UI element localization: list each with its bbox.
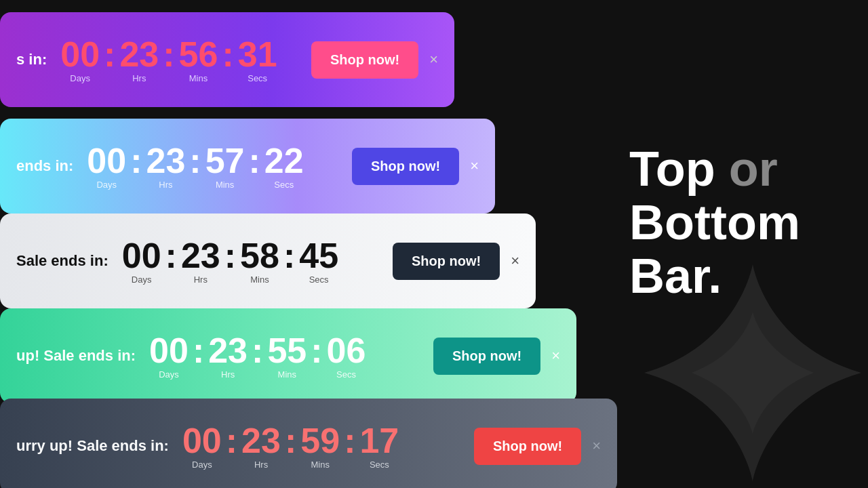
bar-5-secs-unit: 17 Secs (359, 423, 399, 470)
bar-5-sep-3: : (340, 423, 359, 458)
bar-4-secs-num: 06 (327, 333, 366, 368)
bar-5-close-button[interactable]: × (592, 437, 601, 455)
bar-1-shop-button[interactable]: Shop now! (311, 41, 418, 79)
bar-1-countdown: 00 Days : 23 Hrs : 56 Mins : 31 Secs (60, 37, 277, 83)
countdown-bar-1: s in: 00 Days : 23 Hrs : 56 Mins : 31 Se… (0, 12, 454, 107)
bar-5-mins-label: Mins (311, 460, 329, 470)
bar-5-days-label: Days (192, 460, 212, 470)
heading-line1: Top or (629, 142, 800, 196)
bar-1-days-label: Days (70, 73, 90, 83)
bar-2-mins-label: Mins (216, 180, 234, 190)
bar-4-sep-2: : (248, 333, 267, 368)
bar-3-days-unit: 00 Days (122, 238, 161, 285)
bar-5-countdown: 00 Days : 23 Hrs : 59 Mins : 17 Secs (182, 423, 399, 470)
bar-5-mins-unit: 59 Mins (300, 423, 340, 470)
bar-2-hrs-num: 23 (146, 143, 186, 178)
bar-3-sep-3: : (279, 238, 299, 273)
bar-4-sep-1: : (189, 333, 208, 368)
bar-4-mins-num: 55 (267, 333, 307, 368)
bar-4-countdown: 00 Days : 23 Hrs : 55 Mins : 06 Secs (149, 333, 366, 380)
bar-4-secs-unit: 06 Secs (327, 333, 366, 380)
bar-5-sep-1: : (222, 423, 241, 458)
bar-3-secs-num: 45 (299, 238, 338, 273)
bar-1-hrs-label: Hrs (132, 73, 146, 83)
bar-4-secs-label: Secs (336, 369, 356, 380)
bar-5-label: urry up! Sale ends in: (16, 437, 169, 455)
bar-1-secs-label: Secs (248, 73, 267, 83)
bar-1-hrs-num: 23 (119, 37, 159, 72)
bar-5-hrs-num: 23 (241, 423, 281, 458)
bar-4-hrs-unit: 23 Hrs (208, 333, 248, 380)
bar-3-hrs-label: Hrs (194, 274, 208, 285)
bar-5-sep-2: : (281, 423, 300, 458)
countdown-bar-2: ends in: 00 Days : 23 Hrs : 57 Mins : 22… (0, 119, 495, 214)
bar-1-hrs-unit: 23 Hrs (119, 37, 159, 83)
bar-2-sep-1: : (126, 143, 146, 178)
bar-2-days-num: 00 (87, 143, 126, 178)
bar-2-secs-unit: 22 Secs (264, 143, 304, 190)
bar-3-secs-label: Secs (309, 274, 329, 285)
bar-2-label: ends in: (16, 157, 73, 175)
bar-2-secs-num: 22 (264, 143, 304, 178)
bar-3-mins-num: 58 (240, 238, 279, 273)
bar-2-mins-unit: 57 Mins (205, 143, 245, 190)
bar-1-sep-3: : (218, 37, 237, 72)
bar-3-secs-unit: 45 Secs (299, 238, 338, 285)
bar-4-hrs-num: 23 (208, 333, 248, 368)
bar-3-hrs-num: 23 (181, 238, 220, 273)
bar-1-mins-num: 56 (179, 37, 218, 72)
bar-2-countdown: 00 Days : 23 Hrs : 57 Mins : 22 Secs (87, 143, 303, 190)
bar-3-label: Sale ends in: (16, 252, 108, 270)
bar-4-close-button[interactable]: × (551, 347, 560, 365)
bar-2-sep-3: : (245, 143, 264, 178)
bar-4-mins-label: Mins (278, 369, 296, 380)
bar-3-sep-2: : (220, 238, 240, 273)
countdown-bar-4: up! Sale ends in: 00 Days : 23 Hrs : 55 … (0, 308, 576, 403)
bar-3-mins-label: Mins (250, 274, 269, 285)
bar-5-secs-num: 17 (359, 423, 399, 458)
bar-5-days-num: 00 (182, 423, 222, 458)
bar-3-close-button[interactable]: × (511, 252, 519, 270)
bar-5-hrs-label: Hrs (254, 460, 268, 470)
bar-3-mins-unit: 58 Mins (240, 238, 279, 285)
bar-2-mins-num: 57 (205, 143, 245, 178)
bar-1-label: s in: (16, 51, 47, 68)
bar-2-secs-label: Secs (274, 180, 294, 190)
bar-2-close-button[interactable]: × (470, 157, 479, 175)
bar-1-secs-num: 31 (238, 37, 277, 72)
bar-1-close-button[interactable]: × (429, 51, 438, 68)
bar-2-days-label: Days (96, 180, 117, 190)
bar-1-sep-1: : (100, 37, 119, 72)
bar-2-sep-2: : (185, 143, 205, 178)
bar-4-mins-unit: 55 Mins (267, 333, 307, 380)
bar-4-days-num: 00 (149, 333, 189, 368)
bar-4-days-label: Days (159, 369, 179, 380)
bar-3-days-label: Days (132, 274, 152, 285)
bar-2-hrs-unit: 23 Hrs (146, 143, 186, 190)
bar-1-days-unit: 00 Days (60, 37, 100, 83)
bar-4-shop-button[interactable]: Shop now! (433, 338, 540, 375)
bar-5-shop-button[interactable]: Shop now! (474, 428, 581, 465)
bar-3-days-num: 00 (122, 238, 161, 273)
countdown-bar-5: urry up! Sale ends in: 00 Days : 23 Hrs … (0, 399, 617, 488)
bar-4-label: up! Sale ends in: (16, 347, 136, 365)
bar-3-countdown: 00 Days : 23 Hrs : 58 Mins : 45 Secs (122, 238, 338, 285)
bar-3-sep-1: : (161, 238, 181, 273)
bar-5-secs-label: Secs (370, 460, 389, 470)
bar-2-hrs-label: Hrs (159, 180, 172, 190)
bar-1-mins-label: Mins (189, 73, 208, 83)
countdown-bar-3: Sale ends in: 00 Days : 23 Hrs : 58 Mins… (0, 214, 536, 308)
bar-4-hrs-label: Hrs (221, 369, 235, 380)
bar-5-mins-num: 59 (300, 423, 340, 458)
bar-3-hrs-unit: 23 Hrs (181, 238, 220, 285)
bar-1-secs-unit: 31 Secs (238, 37, 277, 83)
star-decoration (637, 258, 868, 488)
bar-2-shop-button[interactable]: Shop now! (352, 148, 459, 185)
bar-1-mins-unit: 56 Mins (179, 37, 218, 83)
heading-line2: Bottom (629, 196, 800, 249)
bar-1-days-num: 00 (60, 37, 100, 72)
heading-or: or (729, 142, 778, 196)
bar-4-sep-3: : (307, 333, 326, 368)
bar-3-shop-button[interactable]: Shop now! (393, 243, 500, 280)
bar-1-sep-2: : (159, 37, 178, 72)
